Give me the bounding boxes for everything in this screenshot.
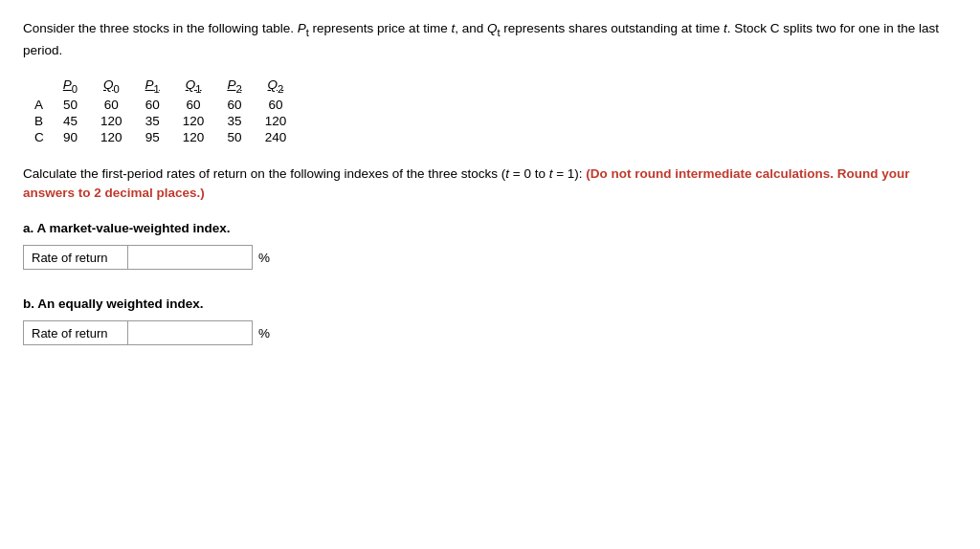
section-b: b. An equally weighted index. Rate of re… [23,296,957,345]
cell-b-q2: 120 [254,113,299,129]
cell-c-p2: 50 [215,129,253,145]
table-row: C 90 120 95 120 50 240 [23,129,298,145]
cell-c-p0: 90 [52,129,89,145]
row-label-a: A [23,97,52,113]
cell-b-p0: 45 [52,113,89,129]
cell-a-p0: 50 [52,97,89,113]
cell-a-p2: 60 [215,97,253,113]
rate-of-return-label-a: Rate of return [23,245,128,270]
table-row: B 45 120 35 120 35 120 [23,113,298,129]
rate-of-return-input-a[interactable] [128,245,253,270]
instruction-text: Calculate the first-period rates of retu… [23,165,923,205]
cell-b-p2: 35 [215,113,253,129]
cell-c-q2: 240 [254,129,299,145]
cell-a-q1: 60 [171,97,216,113]
rate-of-return-input-b[interactable] [128,320,253,345]
cell-b-q0: 120 [89,113,134,129]
cell-a-q0: 60 [89,97,134,113]
bold-instruction: (Do not round intermediate calculations.… [23,166,910,201]
cell-c-q1: 120 [171,129,216,145]
col-header-q1: Q1 [171,76,216,97]
percent-label-b: % [258,326,270,340]
row-label-b: B [23,113,52,129]
col-header-p0: P0 [52,76,89,97]
section-a: a. A market-value-weighted index. Rate o… [23,221,957,270]
section-b-input-row: Rate of return % [23,320,957,345]
stock-table: P0 Q0 P1 Q1 P2 Q2 A 50 60 60 60 60 60 B … [23,76,298,145]
cell-b-p1: 35 [134,113,171,129]
rate-of-return-label-b: Rate of return [23,320,128,345]
col-header-empty [23,76,52,97]
col-header-q0: Q0 [89,76,134,97]
cell-a-q2: 60 [254,97,299,113]
cell-a-p1: 60 [134,97,171,113]
col-header-q2: Q2 [254,76,299,97]
section-b-label: b. An equally weighted index. [23,296,957,311]
table-row: A 50 60 60 60 60 60 [23,97,298,113]
row-label-c: C [23,129,52,145]
section-a-label: a. A market-value-weighted index. [23,221,957,235]
col-header-p2: P2 [215,76,253,97]
intro-paragraph: Consider the three stocks in the followi… [23,19,942,60]
col-header-p1: P1 [134,76,171,97]
cell-c-p1: 95 [134,129,171,145]
cell-b-q1: 120 [171,113,216,129]
cell-c-q0: 120 [89,129,134,145]
section-a-input-row: Rate of return % [23,245,957,270]
percent-label-a: % [258,251,270,265]
